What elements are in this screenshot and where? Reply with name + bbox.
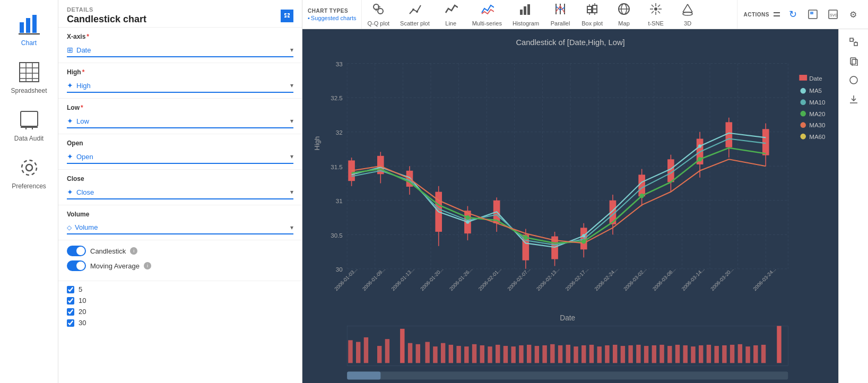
svg-text:31.5: 31.5 (331, 163, 343, 170)
svg-rect-212 (850, 38, 853, 41)
chart-type-line[interactable]: Line (435, 0, 467, 29)
svg-rect-24 (527, 4, 530, 15)
sidebar-label-spreadsheet: Spreadsheet (11, 87, 47, 94)
3d-label: 3D (684, 20, 691, 27)
qq-icon (371, 2, 385, 19)
svg-point-208 (800, 122, 806, 128)
checkbox-10[interactable] (67, 297, 74, 304)
close-value: Close (76, 188, 94, 196)
action-settings[interactable]: ⚙ (845, 6, 862, 23)
svg-rect-175 (597, 346, 602, 363)
expand-panel-button[interactable] (281, 10, 293, 22)
svg-rect-170 (558, 345, 562, 363)
chart-type-tsne[interactable]: t-SNE (640, 0, 672, 29)
svg-point-48 (683, 12, 692, 15)
histogram-label: Histogram (513, 20, 539, 27)
action-download-png[interactable] (804, 6, 821, 23)
checkbox-10-row: 10 (67, 297, 293, 304)
chart-canvas: Candlestick of [Date,High, Low] High 30 … (302, 29, 838, 383)
left-sidebar: Chart Spreadsheet Data Audit (0, 0, 58, 383)
sidebar-item-chart[interactable]: Chart (0, 5, 58, 53)
svg-rect-151 (408, 343, 412, 363)
open-field-section: Open ✦ Open ▾ (58, 134, 302, 170)
histogram-icon (519, 2, 533, 19)
svg-rect-176 (605, 345, 609, 363)
parallel-label: Parallel (551, 20, 570, 27)
xaxis-icon: ⊞ (67, 46, 73, 54)
svg-rect-117 (725, 122, 732, 147)
chart-name: Candlestick chart (67, 14, 146, 25)
chart-type-map[interactable]: Map (608, 0, 640, 29)
chart-types-suggested: •Suggested charts (308, 15, 356, 21)
checkbox-30-row: 30 (67, 319, 293, 327)
side-circle-btn[interactable] (845, 72, 862, 89)
chart-type-parallel[interactable]: Parallel (544, 0, 576, 29)
svg-rect-179 (628, 345, 632, 363)
3d-icon (681, 2, 695, 19)
svg-rect-111 (638, 175, 645, 196)
side-expand-btn[interactable] (845, 33, 862, 50)
svg-rect-147 (364, 337, 368, 363)
actions-section: ACTIONS ↻ SVG ⚙ (737, 0, 869, 29)
xaxis-select[interactable]: ⊞ Date ▾ (67, 43, 293, 57)
actions-expand-btn[interactable] (772, 10, 781, 19)
svg-line-45 (658, 11, 660, 13)
chart-type-multi[interactable]: Multi-series (467, 0, 507, 29)
svg-rect-168 (542, 345, 546, 363)
svg-line-49 (683, 4, 688, 12)
action-download-svg[interactable]: SVG (824, 6, 841, 23)
svg-rect-153 (425, 342, 429, 363)
chart-title: Candlestick of [Date,High, Low] (516, 38, 624, 47)
svg-rect-156 (449, 345, 453, 363)
boxplot-label: Box plot (581, 20, 603, 27)
svg-rect-191 (722, 345, 726, 363)
high-select[interactable]: ✦ High ▾ (67, 79, 293, 93)
candlestick-toggle[interactable] (67, 246, 86, 256)
moving-average-info[interactable]: i (144, 262, 151, 269)
chart-type-qq[interactable]: Q-Q plot (362, 0, 395, 29)
svg-rect-178 (621, 346, 625, 363)
checkbox-30[interactable] (67, 319, 74, 327)
checkbox-20[interactable] (67, 308, 74, 316)
high-chevron: ▾ (290, 82, 293, 89)
svg-rect-166 (527, 345, 531, 363)
svg-rect-186 (683, 345, 688, 363)
close-chevron: ▾ (290, 188, 293, 196)
chart-type-scatter[interactable]: Scatter plot (395, 0, 435, 29)
svg-text:30.5: 30.5 (331, 232, 343, 239)
svg-rect-1 (26, 18, 30, 33)
svg-rect-174 (589, 345, 594, 363)
multi-icon (480, 2, 494, 19)
chart-type-boxplot[interactable]: Box plot (576, 0, 608, 29)
svg-rect-199 (347, 371, 380, 379)
line-icon (444, 2, 458, 19)
sidebar-item-data-audit[interactable]: Data Audit (0, 101, 58, 149)
candlestick-info[interactable]: i (130, 247, 137, 255)
low-select[interactable]: ✦ Low ▾ (67, 115, 293, 128)
sidebar-label-data-audit: Data Audit (14, 135, 44, 142)
open-select[interactable]: ✦ Open ▾ (67, 150, 293, 164)
close-select[interactable]: ✦ Close ▾ (67, 186, 293, 199)
data-audit-icon (16, 107, 42, 133)
tsne-icon (649, 2, 663, 19)
moving-average-toggle[interactable] (67, 260, 86, 271)
chart-type-histogram[interactable]: Histogram (507, 0, 544, 29)
svg-rect-0 (20, 22, 24, 33)
svg-line-44 (652, 5, 654, 7)
svg-point-17 (378, 8, 383, 14)
chart-type-3d[interactable]: 3D (672, 0, 704, 29)
open-label: Open (67, 140, 293, 147)
svg-point-206 (800, 111, 806, 117)
volume-select[interactable]: ◇ Volume ▾ (67, 221, 293, 234)
side-download-btn[interactable] (845, 91, 862, 108)
svg-rect-161 (488, 346, 492, 363)
svg-point-202 (800, 88, 806, 94)
sidebar-item-spreadsheet[interactable]: Spreadsheet (0, 53, 58, 101)
sidebar-item-preferences[interactable]: Preferences (0, 149, 58, 196)
side-copy-btn[interactable] (845, 53, 862, 69)
high-field-section: High* ✦ High ▾ (58, 63, 302, 99)
checkbox-5[interactable] (67, 286, 74, 293)
action-refresh[interactable]: ↻ (784, 6, 801, 23)
svg-rect-158 (464, 346, 468, 363)
line-label: Line (445, 20, 456, 27)
